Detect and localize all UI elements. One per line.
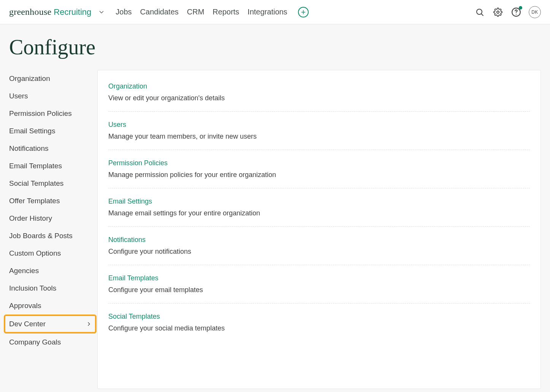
page-title: Configure xyxy=(0,24,550,63)
nav-reports[interactable]: Reports xyxy=(212,8,239,16)
sidebar-item-notifications[interactable]: Notifications xyxy=(9,140,97,157)
nav-jobs[interactable]: Jobs xyxy=(116,8,132,16)
sidebar-item-inclusion-tools[interactable]: Inclusion Tools xyxy=(9,280,97,297)
section-link[interactable]: Email Settings xyxy=(108,198,152,205)
nav-crm[interactable]: CRM xyxy=(187,8,204,16)
add-button[interactable] xyxy=(298,7,309,17)
sidebar-item-email-templates[interactable]: Email Templates xyxy=(9,157,97,175)
sidebar-item-label: Social Templates xyxy=(9,179,63,188)
section-link[interactable]: Notifications xyxy=(108,236,146,244)
sidebar-item-agencies[interactable]: Agencies xyxy=(9,262,97,280)
sidebar-item-company-goals[interactable]: Company Goals xyxy=(9,334,97,351)
page-body: Configure Organization Users Permission … xyxy=(0,24,550,392)
search-button[interactable] xyxy=(474,6,485,18)
sidebar-item-label: Organization xyxy=(9,74,50,83)
section-link[interactable]: Users xyxy=(108,121,126,129)
chevron-down-icon xyxy=(98,9,105,16)
section-desc: Manage permission policies for your enti… xyxy=(108,171,530,179)
sidebar-item-social-templates[interactable]: Social Templates xyxy=(9,175,97,192)
sidebar-item-label: Notifications xyxy=(9,144,49,153)
layout: Organization Users Permission Policies E… xyxy=(0,63,550,389)
section-organization: Organization View or edit your organizat… xyxy=(108,79,530,112)
notification-dot-icon xyxy=(519,6,522,9)
brand-product: Recruiting xyxy=(54,7,91,17)
sidebar-item-label: Job Boards & Posts xyxy=(9,232,73,240)
search-icon xyxy=(475,8,484,17)
sidebar-item-job-boards[interactable]: Job Boards & Posts xyxy=(9,227,97,245)
nav-links: Jobs Candidates CRM Reports Integrations xyxy=(116,8,287,16)
sidebar-item-label: Company Goals xyxy=(9,338,61,346)
plus-icon xyxy=(301,9,306,15)
chevron-right-icon xyxy=(86,321,92,327)
topnav-right: DK xyxy=(474,6,541,18)
sidebar-item-highlight: Dev Center xyxy=(4,315,97,334)
section-desc: Configure your notifications xyxy=(108,248,530,256)
help-button[interactable] xyxy=(510,6,522,18)
sidebar-item-permission-policies[interactable]: Permission Policies xyxy=(9,105,97,122)
product-switcher[interactable] xyxy=(98,9,105,16)
sidebar-item-label: Agencies xyxy=(9,267,39,275)
sidebar-item-approvals[interactable]: Approvals xyxy=(9,297,97,315)
sidebar-item-dev-center[interactable]: Dev Center xyxy=(9,316,92,332)
sidebar-item-users[interactable]: Users xyxy=(9,87,97,105)
section-users: Users Manage your team members, or invit… xyxy=(108,112,530,150)
svg-point-4 xyxy=(497,11,499,13)
nav-candidates[interactable]: Candidates xyxy=(140,8,179,16)
sidebar-item-label: Email Settings xyxy=(9,127,55,135)
section-social-templates: Social Templates Configure your social m… xyxy=(108,303,530,341)
main-panel: Organization View or edit your organizat… xyxy=(97,70,541,389)
sidebar-item-label: Inclusion Tools xyxy=(9,284,56,292)
sidebar-item-custom-options[interactable]: Custom Options xyxy=(9,245,97,262)
section-desc: Configure your social media templates xyxy=(108,324,530,332)
section-desc: Manage your team members, or invite new … xyxy=(108,133,530,141)
section-link[interactable]: Social Templates xyxy=(108,313,160,321)
section-link[interactable]: Permission Policies xyxy=(108,159,168,167)
sidebar-item-order-history[interactable]: Order History xyxy=(9,210,97,227)
sidebar-item-label: Offer Templates xyxy=(9,197,60,205)
sidebar-item-email-settings[interactable]: Email Settings xyxy=(9,122,97,140)
sidebar-item-label: Permission Policies xyxy=(9,109,72,118)
user-initials: DK xyxy=(531,9,538,15)
section-desc: Configure your email templates xyxy=(108,286,530,294)
svg-line-3 xyxy=(481,14,483,16)
brand-name: greenhouse xyxy=(9,7,51,17)
sidebar-item-label: Email Templates xyxy=(9,162,62,170)
gear-icon xyxy=(493,8,502,17)
section-desc: View or edit your organization's details xyxy=(108,94,530,102)
sidebar-item-label: Custom Options xyxy=(9,249,61,258)
section-desc: Manage email settings for your entire or… xyxy=(108,209,530,217)
sidebar-item-offer-templates[interactable]: Offer Templates xyxy=(9,192,97,210)
section-link[interactable]: Email Templates xyxy=(108,274,159,282)
sidebar-item-label: Users xyxy=(9,92,28,100)
nav-integrations[interactable]: Integrations xyxy=(247,8,287,16)
top-nav: greenhouse Recruiting Jobs Candidates CR… xyxy=(0,0,550,24)
section-email-settings: Email Settings Manage email settings for… xyxy=(108,188,530,227)
sidebar-item-organization[interactable]: Organization xyxy=(9,70,97,87)
brand[interactable]: greenhouse Recruiting xyxy=(9,7,91,17)
user-avatar[interactable]: DK xyxy=(529,6,541,18)
section-notifications: Notifications Configure your notificatio… xyxy=(108,227,530,265)
sidebar-item-label: Approvals xyxy=(9,302,41,310)
section-link[interactable]: Organization xyxy=(108,82,147,90)
section-email-templates: Email Templates Configure your email tem… xyxy=(108,265,530,303)
sidebar: Organization Users Permission Policies E… xyxy=(9,70,97,389)
sidebar-item-label: Order History xyxy=(9,214,52,223)
sidebar-item-label: Dev Center xyxy=(9,320,46,328)
section-permission-policies: Permission Policies Manage permission po… xyxy=(108,150,530,188)
settings-button[interactable] xyxy=(492,6,504,18)
